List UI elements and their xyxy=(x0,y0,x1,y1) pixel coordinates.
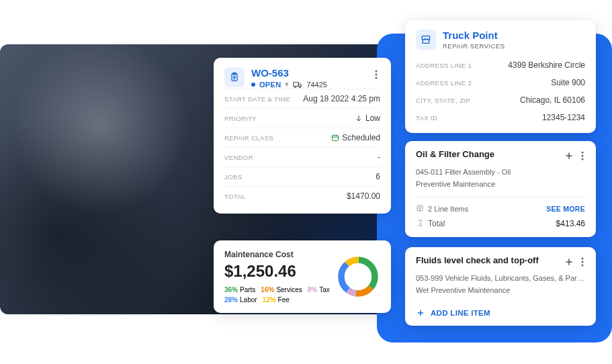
svg-point-8 xyxy=(376,71,378,73)
asset-number: 74425 xyxy=(306,81,327,89)
see-more-link[interactable]: SEE MORE xyxy=(546,205,585,213)
status-dot xyxy=(251,83,255,87)
calendar-icon xyxy=(331,134,339,142)
vendor-subtitle: REPAIR SERVICES xyxy=(443,42,505,50)
priority-value: Low xyxy=(365,113,380,123)
svg-point-6 xyxy=(295,86,296,87)
arrow-down-icon xyxy=(355,114,363,122)
task-title: Fluids level check and top-off xyxy=(416,255,562,265)
fee-pct: 12% xyxy=(263,296,276,304)
sum-icon xyxy=(416,219,424,229)
csz-value: Chicago, IL 60106 xyxy=(520,95,585,105)
maintenance-cost-card: Maintenance Cost $1,250.46 36%Parts 16%S… xyxy=(214,240,391,313)
svg-rect-5 xyxy=(294,82,299,86)
cost-legend: 36%Parts 16%Services 8%Tax 28%Labor 12%F… xyxy=(224,286,336,304)
add-button[interactable] xyxy=(562,149,576,165)
services-pct: 16% xyxy=(261,286,274,293)
addr2-value: Suite 900 xyxy=(551,78,585,87)
svg-point-9 xyxy=(376,74,378,76)
start-date-label: START DATE & TIME xyxy=(224,95,290,103)
svg-point-10 xyxy=(376,77,378,79)
store-icon xyxy=(416,30,436,50)
task-total-label: Total xyxy=(428,219,445,228)
task-category: Wet Preventive Maintenance xyxy=(416,285,585,295)
priority-label: PRIORITY xyxy=(224,115,257,122)
divider xyxy=(416,197,585,197)
taxid-value: 12345-1234 xyxy=(542,113,585,122)
truck-icon xyxy=(293,81,302,89)
task-total-value: $413.46 xyxy=(556,219,585,228)
addr1-value: 4399 Berkshire Circle xyxy=(508,60,585,70)
cost-donut-chart xyxy=(336,255,380,299)
repair-class-label: REPAIR CLASS xyxy=(224,134,273,142)
csz-label: CITY, STATE, ZIP xyxy=(416,97,470,104)
repair-class-value: Scheduled xyxy=(342,133,380,142)
svg-point-34 xyxy=(582,265,584,267)
line-items-count: 2 Line Items xyxy=(428,205,468,213)
task-category: Preventive Maintenance xyxy=(416,179,585,189)
addr2-label: ADDRESS LINE 2 xyxy=(416,79,472,87)
parts-pct: 36% xyxy=(224,286,238,293)
task-card-fluids: Fluids level check and top-off 053-999 V… xyxy=(405,247,596,326)
taxid-label: TAX ID xyxy=(416,114,437,122)
total-value: $1470.00 xyxy=(347,191,380,201)
maintenance-cost-title: Maintenance Cost xyxy=(224,250,336,259)
svg-rect-12 xyxy=(333,136,339,141)
separator: ▾ xyxy=(285,80,289,89)
jobs-label: JOBS xyxy=(224,173,242,181)
vendor-label: VENDOR xyxy=(224,154,253,161)
task-code: 053-999 Vehicle Fluids, Lubricants, Gase… xyxy=(416,273,585,283)
svg-point-33 xyxy=(582,261,584,263)
task-code: 045-011 Filter Assembly - Oil xyxy=(416,167,585,177)
svg-point-23 xyxy=(582,152,584,154)
task-card-oil-filter: Oil & Filter Change 045-011 Filter Assem… xyxy=(405,141,596,237)
svg-point-25 xyxy=(582,158,584,161)
labor-pct: 28% xyxy=(224,296,238,304)
task-title: Oil & Filter Change xyxy=(416,149,562,159)
svg-point-24 xyxy=(582,155,584,157)
more-menu-button[interactable] xyxy=(580,150,585,165)
work-order-icon xyxy=(224,67,245,87)
more-menu-button[interactable] xyxy=(372,67,380,85)
status-badge: OPEN xyxy=(259,81,281,89)
add-line-item-button[interactable]: ADD LINE ITEM xyxy=(416,308,585,318)
work-order-id[interactable]: WO-563 xyxy=(251,67,327,79)
maintenance-cost-amount: $1,250.46 xyxy=(224,262,336,281)
jobs-value: 6 xyxy=(376,172,380,181)
list-icon xyxy=(416,204,424,214)
start-date-value: Aug 18 2022 4:25 pm xyxy=(303,94,380,103)
svg-point-32 xyxy=(582,258,584,260)
tax-pct: 8% xyxy=(308,286,317,293)
vendor-card: Truck Point REPAIR SERVICES ADDRESS LINE… xyxy=(405,20,596,133)
more-menu-button[interactable] xyxy=(580,256,585,271)
add-button[interactable] xyxy=(562,255,576,271)
svg-point-7 xyxy=(300,86,301,87)
total-label: TOTAL xyxy=(224,193,246,200)
work-order-card: WO-563 OPEN ▾ 74425 START DATE & TIMEAug… xyxy=(214,58,391,214)
addr1-label: ADDRESS LINE 1 xyxy=(416,62,472,69)
vendor-name[interactable]: Truck Point xyxy=(443,30,505,41)
vendor-value: - xyxy=(378,152,380,162)
